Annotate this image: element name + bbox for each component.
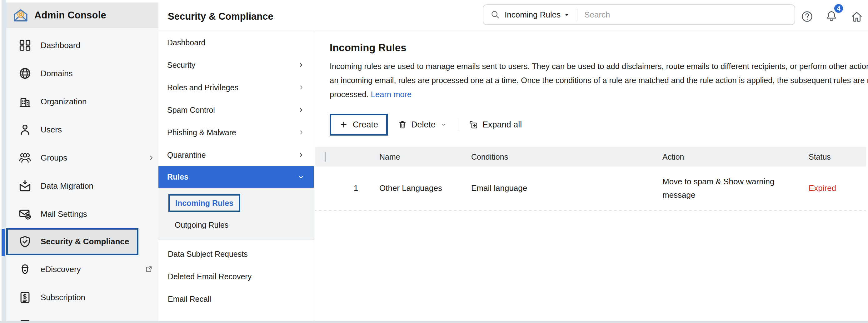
app-logo-header: Admin Console [6,2,158,28]
plus-icon [339,120,348,129]
sidebar-item-label: Subscription [41,293,85,302]
sidebar-item-data-migration[interactable]: Data Migration [6,172,158,200]
create-button[interactable]: Create [330,114,388,136]
subnav-item-label: Dashboard [167,38,205,47]
chevron-down-icon [298,174,304,181]
organization-icon [18,95,32,108]
chevron-right-icon [148,154,155,161]
chevron-right-icon [298,152,304,158]
sidebar-item-subscription[interactable]: Subscription [6,283,158,312]
window-bottom-edge [0,321,868,323]
groups-icon [18,151,32,165]
expand-all-icon [468,120,478,130]
expand-all-button[interactable]: Expand all [466,119,524,130]
subnav-item-label: Email Recall [168,295,211,303]
subnav-item-email-recall[interactable]: Email Recall [158,288,314,310]
subnav-item-phishing-malware[interactable]: Phishing & Malware [158,121,314,144]
subnav-item-label: Phishing & Malware [167,128,236,137]
sidebar-item-users[interactable]: Users [6,116,158,144]
security-compliance-subnav: Dashboard Security Roles and Privileges … [158,31,314,323]
user-icon [18,123,32,136]
create-button-label: Create [353,120,378,130]
incoming-rules-highlight: Incoming Rules [168,194,240,212]
sidebar-item-label: eDiscovery [41,265,81,274]
subnav-item-label: Deleted Email Recovery [168,272,251,281]
sidebar-item-label: Mail Settings [41,209,87,219]
sidebar-item-dashboard[interactable]: Dashboard [6,31,158,59]
search-scope-dropdown[interactable]: Incoming Rules [505,10,570,20]
subnav-item-label: Quarantine [167,151,206,160]
page-title: Security & Compliance [168,11,273,22]
sidebar-item-organization[interactable]: Organization [6,88,158,116]
subnav-item-spam-control[interactable]: Spam Control [158,99,314,121]
sidebar-item-label: Users [41,125,62,135]
subnav-item-label: Incoming Rules [175,199,234,208]
sidebar-item-security-compliance[interactable]: Security & Compliance [6,228,138,255]
subnav-item-quarantine[interactable]: Quarantine [158,144,314,166]
sidebar-item-groups[interactable]: Groups [6,144,158,172]
top-header: Security & Compliance Incoming Rules Sea… [158,2,868,31]
subnav-item-label: Roles and Privileges [167,83,239,92]
dashboard-icon [18,38,32,52]
main-content: Incoming Rules Incoming rules are used t… [315,31,868,323]
delete-button[interactable]: Delete [396,120,448,130]
help-icon[interactable] [801,10,814,23]
admin-console-logo-icon [12,7,29,23]
subnav-item-rules[interactable]: Rules [158,166,314,188]
subnav-item-dashboard[interactable]: Dashboard [158,31,314,54]
globe-icon [18,67,32,80]
column-header-status: Status [809,153,866,162]
column-header-name: Name [379,153,471,162]
sidebar-item-label: Groups [41,153,67,163]
dropdown-caret-icon [564,11,570,18]
sidebar-item-mail-settings[interactable]: Mail Settings [6,200,158,228]
search-input[interactable]: Search [584,10,610,20]
chevron-down-icon [441,122,446,127]
subnav-item-label: Outgoing Rules [175,221,228,230]
subnav-item-roles-privileges[interactable]: Roles and Privileges [158,76,314,99]
chevron-right-icon [298,62,304,68]
row-status-badge: Expired [809,183,866,193]
subnav-item-incoming-rules[interactable]: Incoming Rules [158,192,314,214]
column-header-conditions: Conditions [471,153,662,162]
expand-all-label: Expand all [483,120,522,130]
search-icon [490,10,500,20]
learn-more-link[interactable]: Learn more [371,90,411,99]
subnav-item-label: Spam Control [167,105,215,115]
mail-settings-icon [18,207,32,221]
home-icon[interactable] [850,10,863,23]
row-index: 1 [345,183,379,193]
window-left-edge [2,0,6,323]
delete-button-label: Delete [411,120,436,130]
subnav-item-security[interactable]: Security [158,54,314,76]
sidebar-item-domains[interactable]: Domains [6,59,158,88]
external-link-icon [144,265,153,274]
chevron-right-icon [298,84,304,91]
ediscovery-icon [18,262,32,276]
select-all-checkbox[interactable] [324,152,326,162]
sidebar-item-label: Organization [41,97,87,106]
search-bar[interactable]: Incoming Rules Search [483,4,795,25]
sidebar-item-label: Domains [41,69,73,78]
subnav-item-data-subject-requests[interactable]: Data Subject Requests [158,243,314,265]
section-heading: Incoming Rules [330,42,868,54]
row-name: Other Languages [379,183,471,193]
primary-nav: Dashboard Domains Organization [6,28,158,323]
data-migration-icon [18,179,32,193]
subnav-item-outgoing-rules[interactable]: Outgoing Rules [158,214,314,236]
sidebar-active-indicator [2,229,5,256]
app-title: Admin Console [34,10,106,21]
chevron-right-icon [298,107,304,113]
row-action: Move to spam & Show warning message [662,175,794,202]
subnav-item-deleted-email-recovery[interactable]: Deleted Email Recovery [158,265,314,288]
sidebar-item-label: Data Migration [41,181,93,191]
table-header-row: Name Conditions Action Status [315,147,866,166]
trash-icon [398,120,407,129]
notification-count-badge: 4 [833,3,844,14]
subnav-more-group: Data Subject Requests Deleted Email Reco… [158,240,314,310]
subnav-item-label: Security [167,61,195,70]
primary-sidebar: Admin Console Dashboard Domains [6,2,158,323]
table-row[interactable]: 1 Other Languages Email language Move to… [315,166,866,211]
chevron-right-icon [298,129,304,136]
sidebar-item-ediscovery[interactable]: eDiscovery [6,255,158,283]
